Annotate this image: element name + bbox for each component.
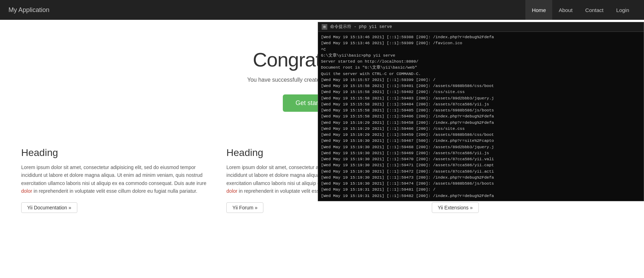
terminal-line: [Wed May 19 15:15:58 2021] [::1]:59402 […: [321, 89, 641, 95]
terminal-line: G:\文章\yii\basic>php yii serve: [321, 52, 641, 58]
terminal-line: [Wed May 19 15:19:30 2021] [::1]:59473 […: [321, 174, 641, 180]
terminal-line: [Wed May 19 15:19:30 2021] [::1]:59471 […: [321, 162, 641, 168]
terminal-titlebar: ⊞ 命令提示符 - php yii serve: [318, 22, 644, 32]
column-2-button[interactable]: Yii Forum »: [226, 202, 263, 213]
column-1-button[interactable]: Yii Documentation »: [21, 202, 77, 213]
column-1-heading: Heading: [21, 147, 212, 158]
terminal-line: [Wed May 19 15:19:29 2021] [::1]:59458 […: [321, 120, 641, 126]
terminal-line: ^C: [321, 46, 641, 52]
terminal-line: [Wed May 19 15:19:31 2021] [::1]:59481 […: [321, 186, 641, 192]
terminal-line: [Wed May 19 15:19:30 2021] [::1]:59472 […: [321, 168, 641, 174]
terminal-title: 命令提示符 - php yii serve: [330, 24, 392, 30]
terminal-line: [Wed May 19 15:13:46 2021] [::1]:59308 […: [321, 34, 641, 40]
terminal-line: [Wed May 19 15:15:58 2021] [::1]:59401 […: [321, 83, 641, 89]
navbar: My Application Home About Contact Login: [0, 0, 644, 20]
terminal-line: [Wed May 19 15:15:58 2021] [::1]:59406 […: [321, 113, 641, 119]
terminal-line: [Wed May 19 15:19:30 2021] [::1]:59467 […: [321, 138, 641, 144]
terminal-line: [Wed May 19 15:19:31 2021] [::1]:59482 […: [321, 193, 641, 199]
nav-item-contact[interactable]: Contact: [579, 0, 610, 20]
terminal-line: [Wed May 19 15:15:58 2021] [::1]:59403 […: [321, 95, 641, 101]
navbar-brand: My Application: [8, 6, 49, 14]
terminal-line: Document root is "G:\文章\yii\basic/web": [321, 64, 641, 70]
terminal-line: [Wed May 19 15:19:30 2021] [::1]:59468 […: [321, 144, 641, 150]
terminal-line: [Wed May 19 15:13:46 2021] [::1]:59309 […: [321, 40, 641, 46]
terminal-line: [Wed May 19 15:15:58 2021] [::1]:59404 […: [321, 101, 641, 107]
nav-item-login[interactable]: Login: [610, 0, 636, 20]
column-1: Heading Lorem ipsum dolor sit amet, cons…: [21, 147, 212, 213]
terminal-line: [Wed May 19 15:19:29 2021] [::1]:59466 […: [321, 126, 641, 132]
terminal-line: [Wed May 19 15:15:58 2021] [::1]:59405 […: [321, 107, 641, 113]
terminal-line: [Wed May 19 15:15:57 2021] [::1]:59399 […: [321, 77, 641, 83]
column-1-text: Lorem ipsum dolor sit amet, consectetur …: [21, 163, 212, 195]
terminal-body: [Wed May 19 15:13:46 2021] [::1]:59308 […: [318, 32, 644, 201]
terminal-line: [Wed May 19 15:19:30 2021] [::1]:59474 […: [321, 180, 641, 186]
nav-item-home[interactable]: Home: [525, 0, 552, 20]
column-3-button[interactable]: Yii Extensions »: [432, 202, 479, 213]
terminal-overlay: ⊞ 命令提示符 - php yii serve [Wed May 19 15:1…: [318, 22, 644, 201]
col-1-link[interactable]: dolor: [21, 188, 32, 194]
col-2-link[interactable]: dolor: [226, 188, 237, 194]
terminal-line: [Wed May 19 15:19:30 2021] [::1]:59470 […: [321, 156, 641, 162]
terminal-line: [Wed May 19 15:19:30 2021] [::1]:59469 […: [321, 150, 641, 156]
navbar-nav: Home About Contact Login: [525, 0, 636, 20]
nav-item-about[interactable]: About: [552, 0, 579, 20]
terminal-icon: ⊞: [322, 24, 327, 30]
terminal-line: Quit the server with CTRL-C or COMMAND-C…: [321, 71, 641, 77]
terminal-line: Server started on http://localhost:8080/: [321, 58, 641, 64]
terminal-line: [Wed May 19 15:19:29 2021] [::1]:59459 […: [321, 132, 641, 138]
